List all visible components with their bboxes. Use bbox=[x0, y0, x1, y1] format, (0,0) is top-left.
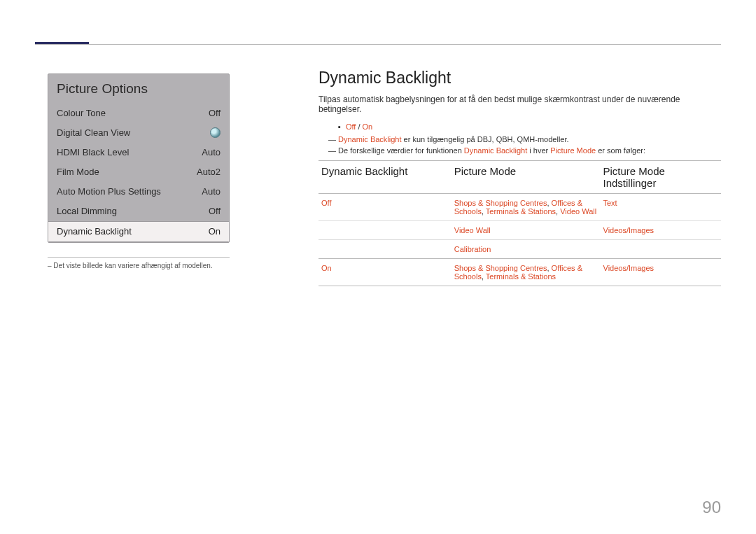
panel-row[interactable]: Auto Motion Plus SettingsAuto bbox=[48, 182, 229, 202]
table-row: Video WallVideos/Images bbox=[318, 221, 721, 240]
panel-title: Picture Options bbox=[48, 74, 229, 104]
intro-text: Tilpas automatisk bagbelysningen for at … bbox=[318, 94, 721, 114]
table-row: Calibration bbox=[318, 240, 721, 259]
cell-picture-mode-settings: Text bbox=[601, 194, 722, 221]
panel-row-value: Off bbox=[209, 108, 220, 118]
cell-dynamic-backlight bbox=[318, 221, 451, 240]
picture-options-panel: Picture Options Colour ToneOffDigital Cl… bbox=[48, 73, 230, 243]
model-variation-note: – Det viste billede kan variere afhængig… bbox=[48, 262, 230, 269]
cell-picture-mode-settings bbox=[601, 240, 722, 259]
panel-row[interactable]: Local DimmingOff bbox=[48, 202, 229, 221]
toggle-icon[interactable] bbox=[210, 127, 220, 138]
off-on-bullet: Off / On bbox=[338, 122, 721, 131]
panel-row[interactable]: HDMI Black LevelAuto bbox=[48, 143, 229, 162]
panel-row-label: HDMI Black Level bbox=[57, 147, 129, 157]
panel-row-value: Off bbox=[209, 206, 220, 216]
page-number: 90 bbox=[702, 498, 721, 517]
table-row: OnShops & Shopping Centres, Offices & Sc… bbox=[318, 259, 721, 286]
section-title: Dynamic Backlight bbox=[318, 69, 721, 87]
table-header: Picture Mode bbox=[451, 161, 601, 194]
panel-row-value: Auto2 bbox=[197, 167, 220, 177]
cell-picture-mode: Video Wall bbox=[451, 221, 601, 240]
panel-row-label: Colour Tone bbox=[57, 108, 106, 118]
cell-picture-mode: Shops & Shopping Centres, Offices & Scho… bbox=[451, 259, 601, 286]
panel-row-label: Local Dimming bbox=[57, 206, 117, 216]
table-header: Dynamic Backlight bbox=[318, 161, 451, 194]
cell-dynamic-backlight: Off bbox=[318, 194, 451, 221]
panel-row-label: Auto Motion Plus Settings bbox=[57, 186, 161, 197]
panel-row[interactable]: Dynamic BacklightOn bbox=[48, 221, 229, 242]
header-rule bbox=[35, 44, 721, 45]
panel-row[interactable]: Film ModeAuto2 bbox=[48, 162, 229, 182]
panel-row-value: Auto bbox=[202, 186, 220, 197]
note-values: De forskellige værdier for funktionen Dy… bbox=[328, 146, 721, 155]
panel-row[interactable]: Colour ToneOff bbox=[48, 104, 229, 123]
table-header: Picture Mode Indstillinger bbox=[601, 161, 722, 194]
panel-row-value: On bbox=[209, 226, 220, 237]
cell-picture-mode-settings: Videos/Images bbox=[601, 221, 722, 240]
panel-row-value: Auto bbox=[202, 147, 220, 157]
picture-mode-table: Dynamic Backlight Picture Mode Picture M… bbox=[318, 160, 721, 286]
cell-picture-mode-settings: Videos/Images bbox=[601, 259, 722, 286]
cell-dynamic-backlight bbox=[318, 240, 451, 259]
note-models: Dynamic Backlight er kun tilgængelig på … bbox=[328, 135, 721, 143]
panel-row-label: Digital Clean View bbox=[57, 127, 130, 138]
panel-row-label: Film Mode bbox=[57, 167, 99, 177]
panel-row[interactable]: Digital Clean View bbox=[48, 123, 229, 143]
cell-picture-mode: Calibration bbox=[451, 240, 601, 259]
table-row: OffShops & Shopping Centres, Offices & S… bbox=[318, 194, 721, 221]
left-divider bbox=[48, 257, 230, 258]
cell-dynamic-backlight: On bbox=[318, 259, 451, 286]
cell-picture-mode: Shops & Shopping Centres, Offices & Scho… bbox=[451, 194, 601, 221]
panel-row-label: Dynamic Backlight bbox=[57, 226, 132, 237]
